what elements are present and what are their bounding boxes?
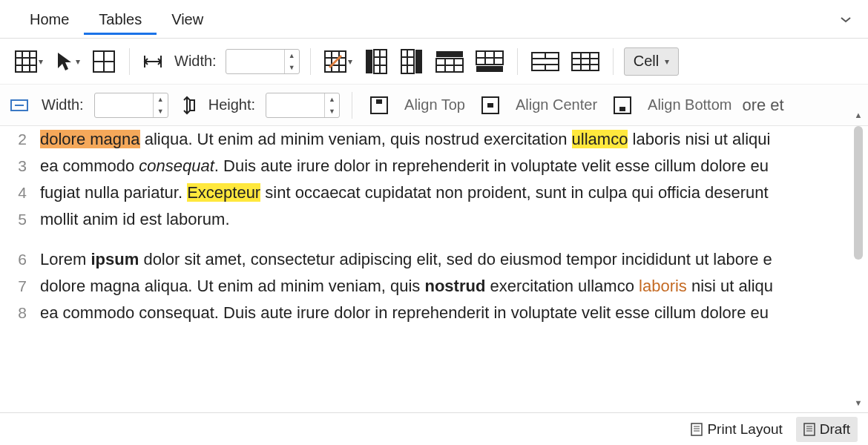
spinner-up[interactable]: ▲ xyxy=(285,50,299,62)
table-grid-button[interactable] xyxy=(89,47,119,76)
document-line[interactable]: 3ea commodo consequat. Duis aute irure d… xyxy=(9,153,852,179)
insert-column-right-button[interactable] xyxy=(397,47,427,76)
spinner-down[interactable]: ▼ xyxy=(285,62,299,73)
document-view[interactable]: 2dolore magna aliqua. Ut enim ad minim v… xyxy=(0,126,868,412)
svg-rect-56 xyxy=(619,107,625,111)
cell-height-field[interactable] xyxy=(266,93,324,117)
cell-width-field[interactable] xyxy=(95,93,153,117)
chevron-down-icon: ▾ xyxy=(348,56,352,67)
svg-rect-52 xyxy=(376,99,382,104)
svg-rect-0 xyxy=(16,51,36,72)
collapse-ribbon-button[interactable] xyxy=(838,12,853,27)
cell-properties-button[interactable]: Cell ▾ xyxy=(624,47,679,76)
document-line[interactable]: 2dolore magna aliqua. Ut enim ad minim v… xyxy=(9,126,852,153)
align-top-button[interactable] xyxy=(364,90,394,120)
cell-width-label: Width: xyxy=(39,96,87,113)
align-bottom-button[interactable] xyxy=(608,90,637,120)
toolbar-separator xyxy=(129,48,130,75)
document-line[interactable]: 6Lorem ipsum dolor sit amet, consectetur… xyxy=(9,246,852,273)
scroll-down-button[interactable]: ▼ xyxy=(852,396,865,409)
tab-view[interactable]: View xyxy=(157,4,218,35)
spinner-down[interactable]: ▼ xyxy=(154,105,168,117)
svg-rect-61 xyxy=(804,423,815,435)
line-text[interactable]: ea commodo consequat. Duis aute irure do… xyxy=(40,300,852,326)
chevron-down-icon: ▾ xyxy=(39,56,43,67)
insert-column-left-button[interactable] xyxy=(361,47,391,76)
column-width-field[interactable] xyxy=(226,50,284,73)
cell-height-icon xyxy=(176,90,198,120)
vertical-scrollbar[interactable]: ▲ ▼ xyxy=(852,108,865,409)
insert-row-above-button[interactable] xyxy=(433,47,467,76)
tab-home[interactable]: Home xyxy=(15,4,84,35)
toolbar-separator xyxy=(352,92,352,119)
svg-rect-42 xyxy=(572,53,599,70)
svg-rect-54 xyxy=(487,103,493,108)
line-text[interactable]: mollit anim id est laborum. xyxy=(40,206,852,233)
cell-height-label: Height: xyxy=(206,96,258,113)
svg-rect-57 xyxy=(691,423,702,435)
select-pointer-button[interactable]: ▾ xyxy=(52,47,83,76)
spinner-up[interactable]: ▲ xyxy=(325,93,339,105)
align-center-label: Align Center xyxy=(513,96,600,113)
chevron-down-icon: ▾ xyxy=(76,56,80,67)
cell-height-input[interactable]: ▲▼ xyxy=(266,93,340,118)
line-text[interactable]: Lorem ipsum dolor sit amet, consectetur … xyxy=(40,246,852,273)
line-number: 8 xyxy=(9,300,27,326)
table-toolbar-secondary: Width: ▲▼ Height: ▲▼ Align Top Align Cen… xyxy=(0,85,868,126)
align-top-label: Align Top xyxy=(401,96,468,113)
toolbar-separator xyxy=(310,48,311,75)
draft-view-button[interactable]: Draft xyxy=(796,417,858,442)
ribbon-tabs: Home Tables View xyxy=(0,0,868,39)
spinner-up[interactable]: ▲ xyxy=(154,93,168,105)
table-toolbar-primary: ▾ ▾ Width: ▲ ▼ ▾ Cell xyxy=(0,39,868,85)
merge-cells-button[interactable] xyxy=(528,47,562,76)
cell-width-input[interactable]: ▲▼ xyxy=(94,93,168,118)
toolbar-separator xyxy=(613,48,614,75)
page-icon xyxy=(803,423,815,436)
insert-table-button[interactable]: ▾ xyxy=(12,47,46,76)
document-line[interactable]: 8ea commodo consequat. Duis aute irure d… xyxy=(9,300,852,326)
scroll-thumb[interactable] xyxy=(854,126,863,260)
line-number: 3 xyxy=(9,153,27,179)
spinner-down[interactable]: ▼ xyxy=(325,105,339,117)
align-bottom-label: Align Bottom xyxy=(645,96,734,113)
toolbar-separator xyxy=(517,48,518,75)
line-text[interactable]: ea commodo consequat. Duis aute irure do… xyxy=(40,153,852,179)
width-label: Width: xyxy=(171,53,220,70)
svg-rect-32 xyxy=(476,66,503,72)
clipped-document-text: ore et xyxy=(742,96,783,115)
split-cells-button[interactable] xyxy=(568,47,602,76)
line-number: 2 xyxy=(9,126,27,153)
table-style-button[interactable]: ▾ xyxy=(321,47,355,76)
cell-width-icon xyxy=(7,90,31,120)
chevron-down-icon: ▾ xyxy=(665,56,669,67)
status-bar: Print Layout Draft xyxy=(0,412,868,445)
document-line[interactable]: 7dolore magna aliqua. Ut enim ad minim v… xyxy=(9,273,852,300)
page-icon xyxy=(691,423,703,436)
line-number: 7 xyxy=(9,273,27,300)
document-line[interactable]: 5mollit anim id est laborum. xyxy=(9,206,852,233)
tab-tables[interactable]: Tables xyxy=(84,4,157,35)
scroll-up-button[interactable]: ▲ xyxy=(852,108,865,122)
line-number: 6 xyxy=(9,246,27,273)
print-layout-button[interactable]: Print Layout xyxy=(683,417,789,442)
svg-rect-17 xyxy=(366,50,372,73)
insert-row-below-button[interactable] xyxy=(473,47,507,76)
document-line[interactable]: 4fugiat nulla pariatur. Excepteur sint o… xyxy=(9,179,852,206)
svg-rect-27 xyxy=(436,51,463,57)
line-text[interactable]: fugiat nulla pariatur. Excepteur sint oc… xyxy=(40,179,852,206)
line-text[interactable]: dolore magna aliqua. Ut enim ad minim ve… xyxy=(40,126,852,153)
align-center-button[interactable] xyxy=(476,90,505,120)
svg-rect-22 xyxy=(415,50,422,73)
line-number: 5 xyxy=(9,206,27,233)
column-width-input[interactable]: ▲ ▼ xyxy=(226,49,300,74)
svg-rect-50 xyxy=(190,100,194,111)
line-number: 4 xyxy=(9,179,27,206)
column-width-icon xyxy=(140,47,165,76)
line-text[interactable]: dolore magna aliqua. Ut enim ad minim ve… xyxy=(40,273,852,300)
